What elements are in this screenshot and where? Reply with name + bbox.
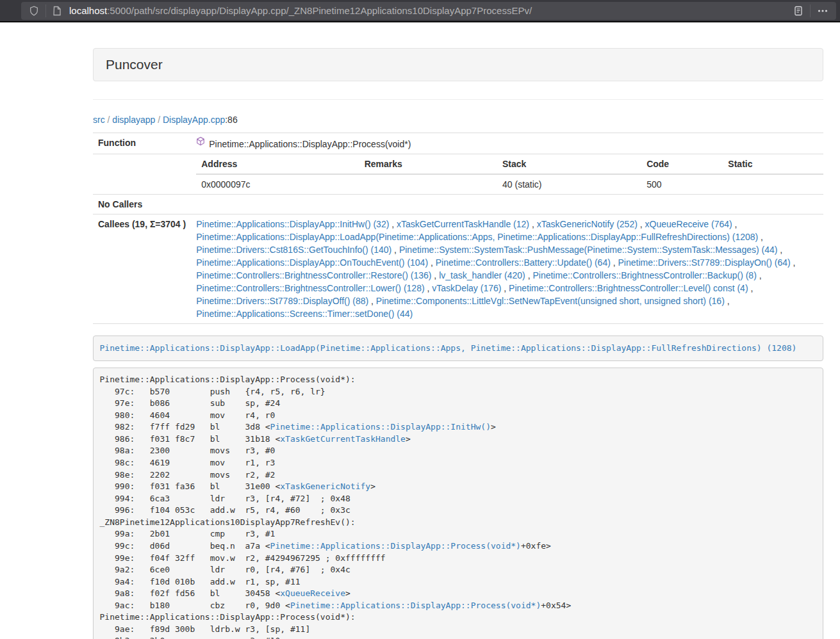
static-value	[723, 174, 823, 194]
browser-toolbar: localhost:5000/path/src/displayapp/Displ…	[0, 0, 840, 22]
callee-link[interactable]: xQueueReceive (764)	[645, 219, 732, 229]
assembly-block: Pinetime::Applications::DisplayApp::Proc…	[93, 368, 823, 639]
function-name: Pinetime::Applications::DisplayApp::Proc…	[209, 139, 411, 149]
page-actions-menu-icon[interactable]	[814, 6, 831, 16]
callee-link[interactable]: Pinetime::Components::LittleVgl::SetNewT…	[376, 296, 725, 306]
callee-separator: ,	[748, 283, 754, 293]
callee-link[interactable]: Pinetime::Controllers::BrightnessControl…	[196, 283, 424, 293]
callee-separator: ,	[501, 283, 509, 293]
code-value: 500	[641, 174, 723, 194]
callee-separator: ,	[725, 296, 730, 306]
function-row: Function Pinetime::Applications::Display…	[93, 133, 823, 154]
page-container: Puncover src / displayapp / DisplayApp.c…	[93, 22, 823, 639]
callee-link[interactable]: Pinetime::Applications::DisplayApp::Init…	[196, 219, 389, 229]
page-info-icon[interactable]	[50, 6, 64, 16]
callee-separator: ,	[611, 257, 618, 268]
urlbar-right-divider	[810, 4, 811, 17]
callee-link[interactable]: Pinetime::Controllers::BrightnessControl…	[532, 270, 756, 280]
callee-separator: ,	[391, 245, 399, 255]
caller-snippet-block: Pinetime::Applications::DisplayApp::Load…	[93, 336, 823, 361]
address-value: 0x0000097c	[196, 174, 359, 194]
callee-separator: ,	[777, 245, 782, 255]
callee-link[interactable]: Pinetime::Drivers::Cst816S::GetTouchInfo…	[196, 245, 391, 255]
column-stack: Stack	[497, 154, 641, 174]
tracking-protection-shield-icon[interactable]	[26, 6, 42, 16]
app-header-panel: Puncover	[93, 48, 823, 81]
symbol-table: Function Pinetime::Applications::Display…	[93, 133, 823, 324]
asm-symbol-link[interactable]: Pinetime::Applications::DisplayApp::Proc…	[270, 541, 521, 551]
breadcrumb-link[interactable]: src	[93, 115, 105, 125]
callee-separator: ,	[529, 219, 537, 229]
callee-link[interactable]: xTaskGenericNotify (252)	[537, 219, 638, 229]
column-static: Static	[723, 154, 823, 174]
loadapp-symbol-link[interactable]: Pinetime::Applications::DisplayApp::Load…	[100, 343, 797, 353]
reader-mode-icon[interactable]	[791, 6, 806, 16]
callee-separator: ,	[525, 270, 533, 280]
callee-link[interactable]: Pinetime::Applications::DisplayApp::Load…	[196, 232, 758, 242]
callee-separator: ,	[428, 257, 436, 268]
breadcrumb: src / displayapp / DisplayApp.cpp	[93, 115, 225, 125]
asm-symbol-link[interactable]: xTaskGetCurrentTaskHandle	[280, 434, 406, 444]
breadcrumb-link[interactable]: DisplayApp.cpp	[163, 115, 225, 125]
breadcrumb-link[interactable]: displayapp	[112, 115, 155, 125]
breadcrumb-separator: /	[105, 115, 113, 125]
metrics-table: Address Remarks Stack Code Static 0x0000…	[196, 154, 823, 194]
callee-link[interactable]: Pinetime::Controllers::Battery::Update()…	[436, 257, 611, 268]
callee-separator: ,	[732, 219, 737, 229]
callee-link[interactable]: vTaskDelay (176)	[432, 283, 501, 293]
symbol-package-icon	[196, 136, 205, 149]
url-path: :5000/path/src/displayapp/DisplayApp.cpp…	[107, 5, 532, 16]
metrics-header-row: Address Remarks Stack Code Static	[196, 154, 823, 174]
asm-symbol-link[interactable]: Pinetime::Applications::DisplayApp::Init…	[270, 422, 491, 432]
url-bar[interactable]: localhost:5000/path/src/displayapp/Displ…	[21, 2, 836, 20]
column-address: Address	[196, 154, 359, 174]
callee-link[interactable]: Pinetime::Applications::DisplayApp::OnTo…	[196, 257, 428, 268]
callee-separator: ,	[425, 283, 432, 293]
callee-separator: ,	[757, 270, 762, 280]
callee-separator: ,	[791, 257, 796, 268]
callees-label: Callees (19, Σ=3704 )	[93, 214, 191, 324]
callee-separator: ,	[431, 270, 439, 280]
callee-link[interactable]: Pinetime::Applications::Screens::Timer::…	[196, 309, 413, 319]
function-label: Function	[93, 133, 191, 154]
callee-link[interactable]: Pinetime::Controllers::BrightnessControl…	[196, 270, 431, 280]
asm-symbol-link[interactable]: xTaskGenericNotify	[280, 481, 370, 491]
breadcrumb-separator: /	[155, 115, 163, 125]
metrics-value-row: 0x0000097c 40 (static) 500	[196, 174, 823, 194]
urlbar-divider	[45, 4, 46, 17]
breadcrumb-line-number: :86	[225, 115, 237, 125]
remarks-value	[359, 174, 497, 194]
callee-link[interactable]: lv_task_handler (420)	[439, 270, 525, 280]
header-divider	[93, 99, 823, 100]
asm-symbol-link[interactable]: Pinetime::Applications::DisplayApp::Proc…	[290, 601, 541, 610]
callee-link[interactable]: Pinetime::System::SystemTask::PushMessag…	[399, 245, 778, 255]
metrics-row: Address Remarks Stack Code Static 0x0000…	[93, 154, 823, 195]
callee-separator: ,	[638, 219, 645, 229]
callee-link[interactable]: Pinetime::Drivers::St7789::DisplayOn() (…	[618, 257, 791, 268]
stack-value: 40 (static)	[497, 174, 641, 194]
url-text[interactable]: localhost:5000/path/src/displayapp/Displ…	[69, 5, 791, 16]
page-title: Puncover	[106, 57, 811, 72]
callee-separator: ,	[758, 232, 763, 242]
callee-separator: ,	[368, 296, 376, 306]
callee-link[interactable]: xTaskGetCurrentTaskHandle (12)	[397, 219, 529, 229]
url-host: localhost	[69, 5, 107, 16]
callee-separator: ,	[389, 219, 397, 229]
callees-row: Callees (19, Σ=3704 ) Pinetime::Applicat…	[93, 214, 823, 324]
column-remarks: Remarks	[359, 154, 497, 174]
callee-link[interactable]: Pinetime::Drivers::St7789::DisplayOff() …	[196, 296, 368, 306]
asm-symbol-link[interactable]: xQueueReceive	[280, 588, 345, 598]
column-code: Code	[641, 154, 723, 174]
no-callers-label: No Callers	[93, 195, 191, 214]
no-callers-row: No Callers	[93, 195, 823, 214]
callees-cell: Pinetime::Applications::DisplayApp::Init…	[191, 214, 823, 324]
callee-link[interactable]: Pinetime::Controllers::BrightnessControl…	[509, 283, 748, 293]
